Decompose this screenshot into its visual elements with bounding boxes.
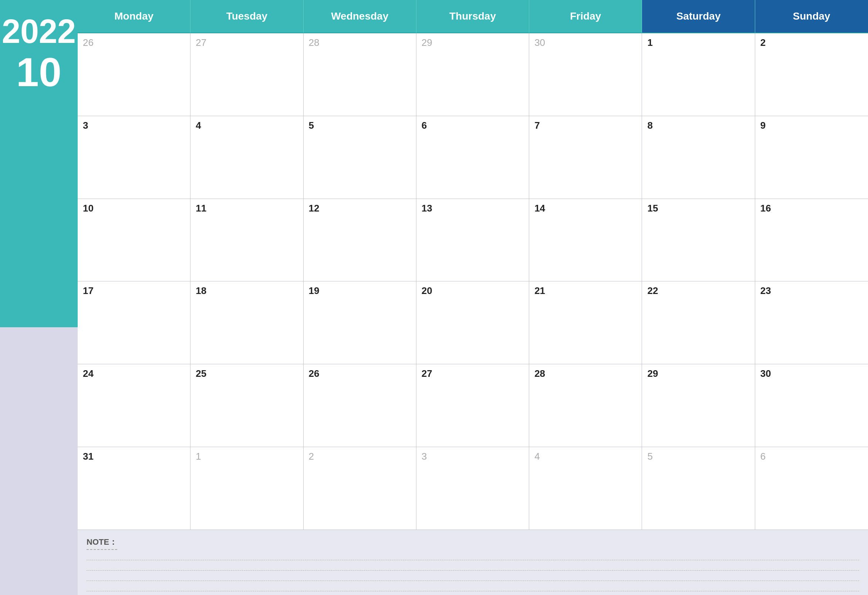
day-number: 6	[760, 451, 766, 462]
calendar-grid: 2627282930123456789101112131415161718192…	[78, 33, 868, 530]
day-number: 26	[309, 368, 320, 379]
cal-cell-week5-day1[interactable]: 1	[190, 447, 303, 530]
day-number: 14	[534, 203, 545, 214]
day-number: 9	[760, 120, 766, 131]
day-number: 15	[647, 203, 658, 214]
day-number: 5	[647, 451, 652, 462]
cal-cell-week5-day6[interactable]: 6	[755, 447, 868, 530]
cal-cell-week1-day4[interactable]: 7	[529, 116, 642, 199]
cal-cell-week2-day5[interactable]: 15	[642, 199, 755, 282]
day-header-saturday: Saturday	[642, 0, 755, 33]
cal-cell-week5-day0[interactable]: 31	[78, 447, 190, 530]
cal-cell-week1-day6[interactable]: 9	[755, 116, 868, 199]
day-number: 12	[309, 203, 320, 214]
day-number: 29	[422, 37, 433, 48]
cal-cell-week3-day4[interactable]: 21	[529, 281, 642, 364]
cal-cell-week5-day2[interactable]: 2	[304, 447, 416, 530]
cal-cell-week3-day2[interactable]: 19	[304, 281, 416, 364]
day-number: 13	[422, 203, 433, 214]
day-number: 3	[83, 120, 88, 131]
cal-cell-week0-day4[interactable]: 30	[529, 33, 642, 116]
day-number: 31	[83, 451, 94, 462]
day-header-thursday: Thursday	[416, 0, 529, 33]
cal-cell-week2-day1[interactable]: 11	[190, 199, 303, 282]
day-number: 1	[647, 37, 652, 48]
day-number: 28	[534, 368, 545, 379]
note-line-1[interactable]	[87, 557, 859, 560]
cal-cell-week4-day6[interactable]: 30	[755, 364, 868, 447]
day-number: 20	[422, 285, 433, 296]
calendar-main: MondayTuesdayWednesdayThursdayFridaySatu…	[78, 0, 868, 595]
cal-cell-week0-day1[interactable]: 27	[190, 33, 303, 116]
note-line-3[interactable]	[87, 577, 859, 581]
day-number: 23	[760, 285, 771, 296]
cal-cell-week0-day5[interactable]: 1	[642, 33, 755, 116]
day-number: 5	[309, 120, 314, 131]
cal-cell-week1-day2[interactable]: 5	[304, 116, 416, 199]
cal-cell-week1-day3[interactable]: 6	[416, 116, 529, 199]
cal-cell-week1-day1[interactable]: 4	[190, 116, 303, 199]
day-number: 22	[647, 285, 658, 296]
day-number: 7	[534, 120, 540, 131]
year-label: 2022	[2, 15, 76, 48]
cal-cell-week5-day5[interactable]: 5	[642, 447, 755, 530]
day-number: 10	[83, 203, 94, 214]
cal-cell-week3-day5[interactable]: 22	[642, 281, 755, 364]
cal-cell-week4-day5[interactable]: 29	[642, 364, 755, 447]
cal-cell-week4-day0[interactable]: 24	[78, 364, 190, 447]
cal-cell-week3-day1[interactable]: 18	[190, 281, 303, 364]
day-number: 16	[760, 203, 771, 214]
day-number: 29	[647, 368, 658, 379]
cal-cell-week2-day4[interactable]: 14	[529, 199, 642, 282]
day-number: 26	[83, 37, 94, 48]
cal-cell-week0-day6[interactable]: 2	[755, 33, 868, 116]
day-header-tuesday: Tuesday	[190, 0, 303, 33]
cal-cell-week3-day0[interactable]: 17	[78, 281, 190, 364]
cal-cell-week4-day4[interactable]: 28	[529, 364, 642, 447]
day-number: 2	[309, 451, 314, 462]
day-number: 4	[196, 120, 201, 131]
day-number: 11	[196, 203, 207, 214]
month-number-label: 10	[16, 52, 61, 93]
day-number: 30	[760, 368, 771, 379]
note-line-2[interactable]	[87, 567, 859, 571]
day-number: 6	[422, 120, 427, 131]
day-number: 19	[309, 285, 320, 296]
day-number: 30	[534, 37, 545, 48]
sidebar: 2022 10 October	[0, 0, 78, 595]
cal-cell-week0-day3[interactable]: 29	[416, 33, 529, 116]
cal-cell-week0-day2[interactable]: 28	[304, 33, 416, 116]
cal-cell-week4-day3[interactable]: 27	[416, 364, 529, 447]
day-headers-row: MondayTuesdayWednesdayThursdayFridaySatu…	[78, 0, 868, 33]
cal-cell-week4-day2[interactable]: 26	[304, 364, 416, 447]
calendar-page: 2022 10 October MondayTuesdayWednesdayTh…	[0, 0, 868, 595]
cal-cell-week3-day3[interactable]: 20	[416, 281, 529, 364]
day-number: 18	[196, 285, 207, 296]
cal-cell-week2-day2[interactable]: 12	[304, 199, 416, 282]
note-lines	[87, 557, 859, 591]
cal-cell-week3-day6[interactable]: 23	[755, 281, 868, 364]
day-number: 25	[196, 368, 207, 379]
month-name-label: October	[0, 111, 83, 137]
cal-cell-week1-day5[interactable]: 8	[642, 116, 755, 199]
cal-cell-week1-day0[interactable]: 3	[78, 116, 190, 199]
cal-cell-week4-day1[interactable]: 25	[190, 364, 303, 447]
notes-section: NOTE：	[78, 530, 868, 595]
cal-cell-week2-day6[interactable]: 16	[755, 199, 868, 282]
day-number: 24	[83, 368, 94, 379]
cal-cell-week2-day3[interactable]: 13	[416, 199, 529, 282]
day-header-friday: Friday	[529, 0, 642, 33]
day-number: 3	[422, 451, 427, 462]
day-header-monday: Monday	[78, 0, 190, 33]
cal-cell-week0-day0[interactable]: 26	[78, 33, 190, 116]
day-number: 28	[309, 37, 320, 48]
day-number: 1	[196, 451, 201, 462]
cal-cell-week5-day3[interactable]: 3	[416, 447, 529, 530]
day-number: 8	[647, 120, 652, 131]
day-number: 17	[83, 285, 94, 296]
cal-cell-week2-day0[interactable]: 10	[78, 199, 190, 282]
note-line-4[interactable]	[87, 588, 859, 591]
cal-cell-week5-day4[interactable]: 4	[529, 447, 642, 530]
day-number: 27	[422, 368, 433, 379]
day-header-sunday: Sunday	[755, 0, 868, 33]
